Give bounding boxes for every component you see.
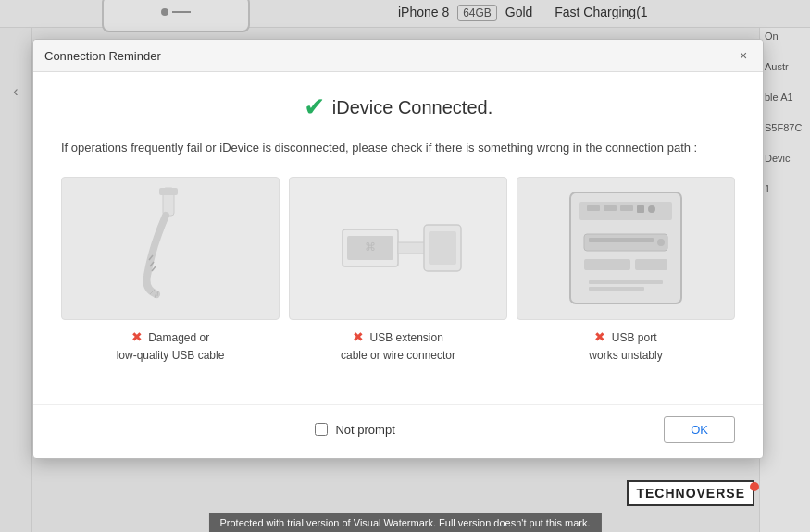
image-label-usb-extension: ✖ USB extension cable or wire connector bbox=[341, 328, 455, 364]
not-prompt-checkbox[interactable] bbox=[315, 423, 328, 436]
svg-rect-10 bbox=[587, 205, 600, 211]
svg-rect-11 bbox=[604, 205, 617, 211]
images-row: ✖ Damaged or low-quality USB cable ⌘ bbox=[61, 177, 735, 364]
connected-header: ✔ iDevice Connected. bbox=[61, 94, 735, 120]
usb-extension-svg: ⌘ bbox=[324, 183, 472, 313]
svg-rect-19 bbox=[635, 259, 667, 270]
dialog-body: ✔ iDevice Connected. If operations frequ… bbox=[33, 72, 763, 404]
not-prompt-label[interactable]: Not prompt bbox=[335, 423, 394, 437]
svg-rect-12 bbox=[620, 205, 633, 211]
svg-rect-16 bbox=[589, 238, 654, 242]
image-card-damaged-cable: ✖ Damaged or low-quality USB cable bbox=[61, 177, 280, 364]
svg-rect-5 bbox=[398, 242, 426, 254]
svg-point-14 bbox=[648, 205, 655, 213]
svg-rect-13 bbox=[637, 205, 644, 213]
damaged-cable-svg bbox=[115, 183, 226, 313]
image-label-usb-port: ✖ USB port works unstably bbox=[589, 328, 662, 364]
checkmark-icon: ✔ bbox=[304, 94, 325, 120]
damaged-cable-image bbox=[61, 177, 280, 320]
usb-extension-image: ⌘ bbox=[289, 177, 507, 320]
svg-rect-1 bbox=[159, 188, 178, 195]
dialog-footer: Not prompt OK bbox=[33, 404, 763, 458]
technoverse-badge: TECHNOVERSE bbox=[627, 480, 754, 506]
svg-rect-18 bbox=[584, 259, 630, 270]
error-icon-1: ✖ bbox=[131, 329, 143, 344]
svg-rect-20 bbox=[589, 280, 663, 284]
usb-port-image bbox=[517, 177, 735, 320]
dialog-titlebar: Connection Reminder × bbox=[33, 40, 763, 72]
image-card-usb-port: ✖ USB port works unstably bbox=[517, 177, 735, 364]
computer-port-svg bbox=[552, 183, 700, 313]
description-text: If operations frequently fail or iDevice… bbox=[61, 139, 735, 158]
not-prompt-area: Not prompt bbox=[315, 423, 394, 437]
image-label-damaged-cable: ✖ Damaged or low-quality USB cable bbox=[117, 328, 225, 364]
connected-text: iDevice Connected. bbox=[332, 97, 492, 118]
dialog-title: Connection Reminder bbox=[44, 49, 161, 63]
svg-rect-21 bbox=[589, 287, 644, 291]
svg-text:⌘: ⌘ bbox=[365, 241, 376, 254]
error-icon-2: ✖ bbox=[353, 329, 364, 344]
close-button[interactable]: × bbox=[735, 47, 752, 64]
connection-reminder-dialog: Connection Reminder × ✔ iDevice Connecte… bbox=[32, 39, 764, 459]
watermark-text: Protected with trial version of Visual W… bbox=[208, 513, 601, 532]
svg-rect-7 bbox=[429, 231, 456, 265]
image-card-usb-extension: ⌘ ✖ USB extension cable or wire connecto… bbox=[289, 177, 507, 364]
error-icon-3: ✖ bbox=[594, 329, 605, 344]
technoverse-dot bbox=[750, 482, 759, 491]
ok-button[interactable]: OK bbox=[664, 416, 735, 443]
svg-point-17 bbox=[657, 239, 665, 246]
